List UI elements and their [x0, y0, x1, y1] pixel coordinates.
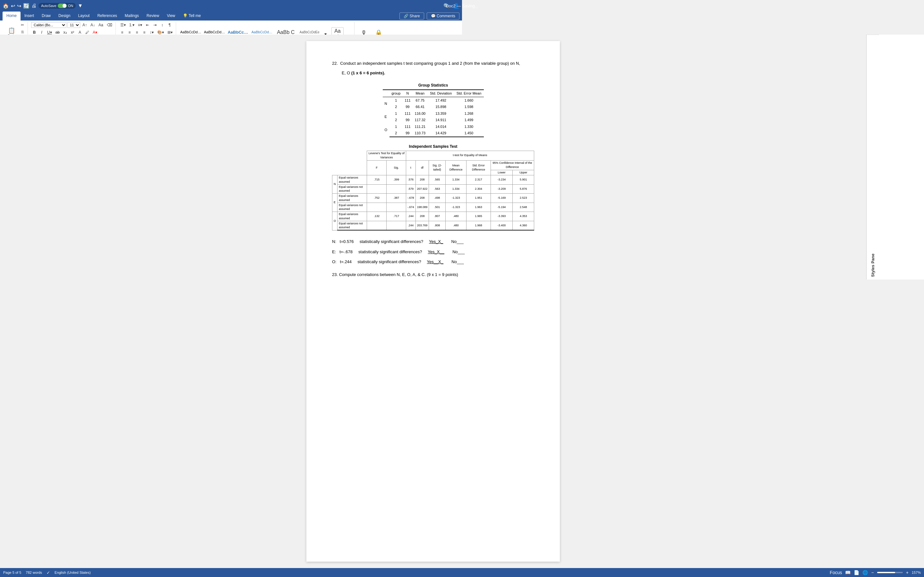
ind-o-f: .132	[367, 212, 387, 221]
ans-e-yes: Yes_X__	[428, 250, 444, 254]
ind-n2-md: 1.334	[445, 184, 462, 193]
copy-button[interactable]: ⎘	[19, 29, 26, 35]
answer-n: N: t=0.576 statistically significant dif…	[332, 239, 462, 245]
ind-e-type2: Equal variances not assumed	[338, 203, 367, 212]
ind-empty2	[338, 151, 367, 175]
tab-view[interactable]: View	[163, 11, 179, 21]
ind-e-row1: E Equal variances assumed .752 .387 -.67…	[333, 193, 462, 203]
decrease-font-button[interactable]: A↓	[89, 22, 96, 28]
customize-icon[interactable]: ▼	[78, 3, 83, 9]
ind-samples-table: Levene's Test for Equality of Variances …	[332, 151, 462, 231]
ind-n-md: 1.334	[445, 175, 462, 185]
increase-indent-button[interactable]: ⇥	[152, 22, 158, 28]
tab-mailings[interactable]: Mailings	[121, 11, 143, 21]
cut-button[interactable]: ✂	[19, 22, 26, 28]
ind-col-t: t	[406, 160, 416, 175]
clear-formatting-button[interactable]: ⌫	[105, 22, 113, 28]
ind-o-t: .244	[406, 212, 416, 221]
share-icon: 🔗	[404, 14, 409, 18]
gs-sd1: 17.492	[428, 97, 454, 103]
ans-n-question: statistically significant differences?	[360, 239, 423, 244]
ans-e-label: E:	[332, 250, 336, 254]
change-case-button[interactable]: Aa	[97, 22, 105, 28]
ind-samples-container: Independent Samples Test Levene's Test f…	[332, 143, 462, 231]
ind-e-sig: .387	[387, 193, 406, 203]
question-23-preview: 23. Compute correlations between N, E, O…	[332, 271, 462, 278]
ans-o-no: No___	[451, 259, 462, 264]
paragraph-controls: ☰▾ 1.▾ ≡▾ ⇤ ⇥ ↕ ¶ ≡ ≡ ≡ ≡ ↕▾ 🎨▾ ⊞▾	[119, 22, 174, 35]
answers-section: N: t=0.576 statistically significant dif…	[332, 239, 462, 265]
tab-insert[interactable]: Insert	[21, 11, 38, 21]
ind-empty1	[333, 151, 338, 175]
autosave-switch[interactable]	[58, 3, 67, 8]
gs-em1: 116.00	[413, 110, 428, 117]
group-stats-title: Group Statistics	[332, 82, 462, 88]
decrease-indent-button[interactable]: ⇤	[144, 22, 151, 28]
tab-layout[interactable]: Layout	[74, 11, 94, 21]
undo-icon[interactable]: ↩	[11, 3, 15, 9]
font-size-select[interactable]: 11	[67, 22, 80, 28]
autosave-label: AutoSave	[41, 4, 57, 8]
ind-levene-header: Levene's Test for Equality of Variances	[367, 151, 406, 160]
ans-n-no: No___	[451, 239, 462, 244]
tab-review[interactable]: Review	[143, 11, 163, 21]
gs-row-2: E 1 111 116.00 13.359 1.268	[383, 110, 462, 117]
gs-row-1: 2 99 66.41 15.898 1.598	[383, 103, 462, 110]
ind-o2-sig	[387, 221, 406, 230]
ind-e-sig2: .498	[429, 193, 446, 203]
ind-n2-t: .579	[406, 184, 416, 193]
comments-button[interactable]: 💬 Comments	[427, 13, 459, 19]
ind-e-type1: Equal variances assumed	[338, 193, 367, 203]
ind-col-md: Mean Difference	[445, 160, 462, 175]
tab-references[interactable]: References	[94, 11, 121, 21]
ind-o-row2: Equal variances not assumed .244 203.769…	[333, 221, 462, 230]
gs-eg2: 2	[389, 117, 403, 123]
multilevel-button[interactable]: ≡▾	[137, 22, 144, 28]
toggle-knob	[63, 4, 66, 8]
ind-e-row2: Equal variances not assumed -.674 198.08…	[333, 203, 462, 212]
ind-n-row2: Equal variances not assumed .579 207.922…	[333, 184, 462, 193]
numbering-button[interactable]: 1.▾	[128, 22, 136, 28]
show-marks-button[interactable]: ¶	[166, 22, 173, 28]
ind-e2-df: 198.089	[415, 203, 429, 212]
gs-esd2: 14.911	[428, 117, 454, 123]
ind-n2-df: 207.922	[415, 184, 429, 193]
print-icon[interactable]: 🖨	[31, 3, 37, 9]
gs-row-0: N 1 111 67.75 17.492 1.660	[383, 97, 462, 103]
bullets-button[interactable]: ☰▾	[119, 22, 127, 28]
tab-tell-me[interactable]: 💡 Tell me	[179, 11, 205, 21]
gs-n1: 111	[403, 97, 413, 103]
ind-col-df: df	[415, 160, 429, 175]
document-area[interactable]: 22. Conduct an independent samples t tes…	[0, 35, 462, 288]
autosave-toggle[interactable]: AutoSave ON	[39, 3, 76, 9]
ans-e-question: statistically significant differences?	[359, 250, 422, 254]
style-subtitle-preview: AaBbCcDdEe	[299, 31, 320, 34]
ind-col-sig: Sig.	[387, 160, 406, 175]
gs-ese2: 1.499	[454, 117, 462, 123]
font-name-select[interactable]: Calibri (Bo...	[31, 22, 66, 28]
ind-n-t: .576	[406, 175, 416, 185]
tab-draw[interactable]: Draw	[38, 11, 55, 21]
ind-o-sig: .717	[387, 212, 406, 221]
update-icon[interactable]: 🔄	[23, 3, 29, 9]
gs-n2: 99	[403, 103, 413, 110]
title-bar: 🏠 ↩ ↪ 🔄 🖨 AutoSave ON ▼ Doc2 — Saving...…	[0, 0, 462, 11]
ind-o-type2: Equal variances not assumed	[338, 221, 367, 230]
sort-button[interactable]: ↕	[159, 22, 166, 28]
gs-var-e: E	[383, 110, 389, 123]
ind-e2-sig2: .501	[429, 203, 446, 212]
para-row1: ☰▾ 1.▾ ≡▾ ⇤ ⇥ ↕ ¶	[119, 22, 174, 28]
ind-e2-md: -1.323	[445, 203, 462, 212]
group-stats-container: Group Statistics group N Mean Std. Devia…	[332, 82, 462, 137]
tab-home[interactable]: Home	[3, 11, 21, 21]
ind-col-f: F	[367, 160, 387, 175]
gs-ese1: 1.268	[454, 110, 462, 117]
gs-osd1: 14.014	[428, 123, 454, 130]
gs-ose1: 1.330	[454, 123, 462, 130]
back-icon[interactable]: 🏠	[3, 3, 9, 9]
redo-icon[interactable]: ↪	[17, 3, 21, 9]
ans-o-question: statistically significant differences?	[357, 259, 421, 264]
share-button[interactable]: 🔗 Share	[399, 13, 424, 19]
increase-font-button[interactable]: A↑	[81, 22, 88, 28]
tab-design[interactable]: Design	[55, 11, 74, 21]
